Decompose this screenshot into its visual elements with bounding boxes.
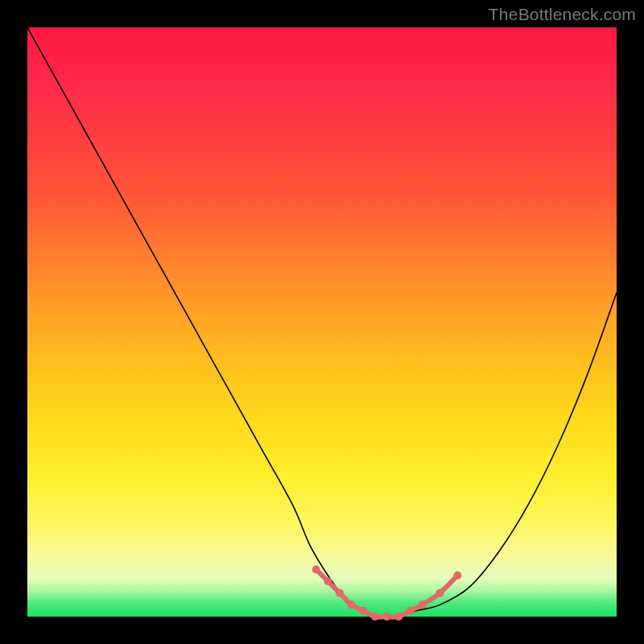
highlight-marker <box>359 607 367 615</box>
highlight-flat <box>312 565 462 621</box>
highlight-marker <box>348 601 356 609</box>
chart-svg <box>27 27 617 617</box>
bottleneck-curve <box>27 27 617 617</box>
chart-stage: TheBottleneck.com <box>0 0 644 644</box>
chart-plot-area <box>27 27 617 617</box>
highlight-marker <box>407 607 415 615</box>
highlight-marker <box>336 589 344 597</box>
highlight-marker <box>453 572 461 580</box>
highlight-marker <box>312 565 320 573</box>
highlight-marker <box>324 577 332 585</box>
highlight-marker <box>394 613 402 621</box>
highlight-marker <box>371 613 379 621</box>
watermark-label: TheBottleneck.com <box>489 5 636 24</box>
highlight-marker <box>418 601 426 609</box>
highlight-marker <box>436 589 444 597</box>
highlight-marker <box>383 613 391 621</box>
